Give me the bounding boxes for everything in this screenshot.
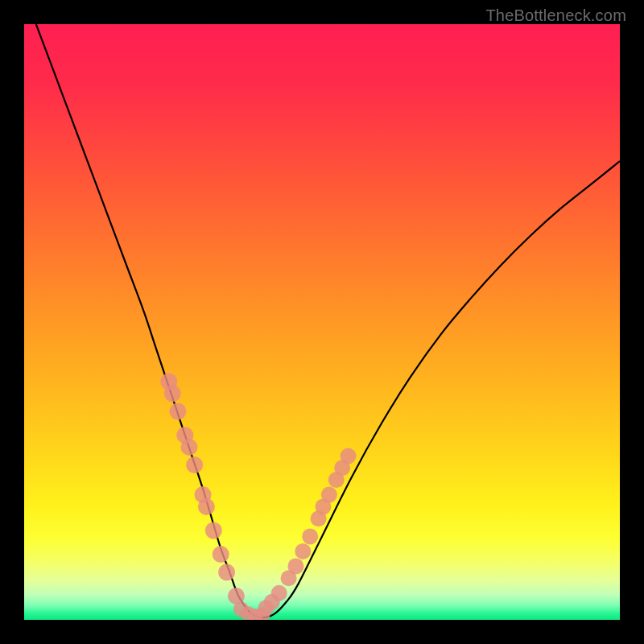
data-marker	[198, 498, 215, 515]
data-marker	[321, 487, 337, 503]
plot-area	[24, 24, 620, 620]
data-marker	[271, 585, 287, 601]
data-marker	[213, 546, 229, 563]
data-markers	[160, 374, 356, 621]
data-marker	[180, 439, 197, 456]
data-marker	[341, 448, 357, 464]
data-marker	[287, 558, 303, 574]
data-marker	[205, 522, 222, 539]
data-marker	[295, 543, 311, 559]
data-marker	[164, 385, 181, 402]
curve-layer	[24, 24, 620, 620]
data-marker	[302, 528, 318, 544]
data-marker	[169, 403, 186, 420]
chart-frame: TheBottleneck.com	[0, 0, 644, 644]
data-marker	[186, 456, 203, 473]
bottleneck-curve	[36, 24, 620, 617]
data-marker	[218, 564, 235, 580]
watermark-label: TheBottleneck.com	[485, 6, 626, 25]
